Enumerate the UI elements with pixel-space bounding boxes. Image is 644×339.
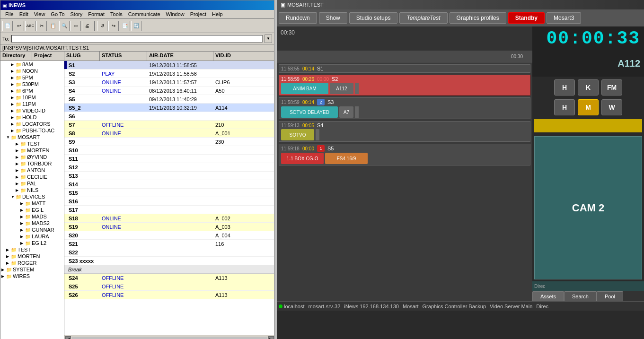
tree-item-5pm[interactable]: ▶📁5PM [0, 74, 64, 81]
table-row[interactable]: S24OFFLINEA113 [64, 274, 274, 282]
toolbar-btn-2[interactable]: ↩ [14, 21, 24, 31]
col-header-status[interactable]: STATUS [100, 52, 147, 61]
tree-item-6pm[interactable]: ▶📁6PM [0, 87, 64, 94]
toolbar-btn-11[interactable]: 📑 [120, 21, 130, 31]
menu-project[interactable]: Project [187, 11, 209, 17]
tab-pool[interactable]: Pool [597, 291, 623, 301]
key-k[interactable]: K [578, 79, 599, 96]
tree-item-torbjor[interactable]: ▶📁TORBJOR [0, 160, 64, 167]
tree-item-mads[interactable]: ▶📁MADS [0, 213, 64, 220]
scroll-left[interactable]: ◀ [65, 336, 71, 339]
table-row[interactable]: S4ONLINE08/12/2013 16:40:11A50 [64, 87, 274, 95]
menu-tools[interactable]: Tools [107, 11, 125, 17]
toolbar-btn-12[interactable]: 🔄 [131, 21, 141, 31]
tree-item-pal[interactable]: ▶📁PAL [0, 180, 64, 187]
table-row[interactable]: S509/12/2013 11:40:29 [64, 95, 274, 104]
toolbar-btn-5[interactable]: 📋 [48, 21, 58, 31]
tree-item-morten[interactable]: ▶📁MORTEN [0, 147, 64, 154]
col-header-vidid[interactable]: VID-ID [213, 52, 251, 61]
menu-story[interactable]: Story [68, 11, 86, 17]
tree-item-mads2[interactable]: ▶📁MADS2 [0, 220, 64, 226]
table-row[interactable]: S119/12/2013 11:58:55 [64, 61, 274, 70]
nav-templatetest[interactable]: TemplateTest [399, 12, 447, 24]
tree-item-test[interactable]: ▶📁TEST [0, 246, 64, 253]
toolbar-btn-10[interactable]: ↪ [108, 21, 119, 31]
toolbar-btn-6[interactable]: 🔍 [59, 21, 70, 31]
tree-item-mosart[interactable]: ▼📁MOSART [0, 134, 64, 140]
table-row[interactable]: S11 [64, 155, 274, 163]
tree-item-egil[interactable]: ▶📁EGIL [0, 207, 64, 213]
story-s3[interactable]: 11:58:59 00:14 2 S3 SOTVO DELAYED A7 [279, 97, 530, 119]
tree-item-øyvind[interactable]: ▶📁ØYVIND [0, 154, 64, 160]
nav-show[interactable]: Show [319, 12, 347, 24]
toolbar-btn-1[interactable]: 📄 [2, 21, 13, 31]
tree-item-egil2[interactable]: ▶📁EGIL2 [0, 240, 64, 246]
nav-rundown[interactable]: Rundown [279, 12, 317, 24]
tree-item-11pm[interactable]: ▶📁11PM [0, 101, 64, 107]
tree-item-push-to-ac[interactable]: ▶📁PUSH-TO-AC [0, 127, 64, 134]
story-s5[interactable]: 11:59:18 00:00 1 S5 1-1 BOX CG-O FS4 16/… [279, 144, 530, 165]
tree-item-10pm[interactable]: ▶📁10PM [0, 94, 64, 101]
table-row[interactable]: S9230 [64, 138, 274, 146]
table-row[interactable]: S10 [64, 146, 274, 155]
tree-item-hold[interactable]: ▶📁HOLD [0, 114, 64, 121]
tree-item-morten[interactable]: ▶📁MORTEN [0, 253, 64, 260]
menu-window[interactable]: Window [163, 11, 187, 17]
col-header-slug[interactable]: SLUG [64, 52, 100, 61]
key-fm[interactable]: FM [601, 79, 622, 96]
table-row[interactable]: S6 [64, 112, 274, 121]
tree-item-laura[interactable]: ▶📁LAURA [0, 233, 64, 240]
menu-file[interactable]: File [2, 11, 17, 17]
table-row[interactable]: S21116 [64, 240, 274, 248]
tree-item-system[interactable]: ▶📁SYSTEM [0, 266, 64, 273]
table-row[interactable]: S8ONLINEA_001 [64, 129, 274, 138]
menu-communicate[interactable]: Communicate [125, 11, 163, 17]
table-row[interactable]: S18ONLINEA_002 [64, 214, 274, 223]
toolbar-btn-4[interactable]: ✂ [36, 21, 47, 31]
tree-item-devices[interactable]: ▼📁DEVICES [0, 193, 64, 200]
story-s2[interactable]: 11:58:59 00:26 00:00 S2 ANIM BAM A112 [279, 75, 530, 96]
table-row[interactable]: S7OFFLINE210 [64, 121, 274, 129]
table-row[interactable]: S20A_004 [64, 231, 274, 240]
key-h-2[interactable]: H [554, 99, 575, 115]
h-scrollbar[interactable]: ◀ ▶ [64, 335, 274, 339]
tree-item-anton[interactable]: ▶📁ANTON [0, 167, 64, 174]
tab-search[interactable]: Search [564, 291, 597, 301]
menu-format[interactable]: Format [85, 11, 107, 17]
toolbar-btn-8[interactable]: 🖨 [82, 21, 92, 31]
tab-assets[interactable]: Assets [532, 291, 564, 301]
toolbar-btn-9[interactable]: ↺ [97, 21, 107, 31]
tree-item-noon[interactable]: ▶📁NOON [0, 68, 64, 74]
nav-graphics[interactable]: Graphics profiles [450, 12, 506, 24]
table-row[interactable]: S13 [64, 172, 274, 180]
story-s4[interactable]: 11:59:13 00:05 S4 SOTVO [279, 121, 530, 142]
tree-item-nils[interactable]: ▶📁NILS [0, 187, 64, 193]
tree-item-matt[interactable]: ▶📁MATT [0, 200, 64, 207]
story-s1[interactable]: 11:58:55 00:14 S1 [279, 64, 530, 73]
table-row[interactable]: S2PLAY19/12/2013 11:58:58 [64, 70, 274, 78]
key-m[interactable]: M [578, 99, 599, 115]
table-row[interactable]: S23 xxxxx [64, 257, 274, 265]
col-header-airdate[interactable]: AIR-DATE [147, 52, 213, 61]
table-row[interactable]: S16 [64, 197, 274, 206]
tree-item-530pm[interactable]: ▶📁530PM [0, 81, 64, 87]
tree-item-video-id[interactable]: ▶📁VIDEO-ID [0, 107, 64, 114]
table-row[interactable]: S3ONLINE19/12/2013 11:57:57CLIP6 [64, 78, 274, 87]
table-row[interactable]: S17 [64, 206, 274, 214]
table-row[interactable]: S15 [64, 189, 274, 197]
menu-help[interactable]: Help [209, 11, 226, 17]
table-row[interactable]: S12 [64, 163, 274, 172]
toolbar-btn-7[interactable]: ⇦ [71, 21, 81, 31]
table-row[interactable]: S22 [64, 248, 274, 257]
tree-item-gunnar[interactable]: ▶📁GUNNAR [0, 226, 64, 233]
table-row[interactable]: S26OFFLINEA113 [64, 291, 274, 299]
key-h-1[interactable]: H [554, 79, 575, 96]
table-row[interactable]: S5_219/11/2013 10:32:19A114 [64, 104, 274, 112]
nav-mosart3[interactable]: Mosart3 [547, 12, 581, 24]
tree-item-roger[interactable]: ▶📁ROGER [0, 260, 64, 266]
nav-studio[interactable]: Studio setups [349, 12, 398, 24]
tree-item-wires[interactable]: ▶📁WIRES [0, 273, 64, 279]
address-input[interactable] [11, 35, 263, 43]
address-dropdown[interactable]: ▼ [265, 35, 272, 43]
menu-edit[interactable]: Edit [17, 11, 31, 17]
